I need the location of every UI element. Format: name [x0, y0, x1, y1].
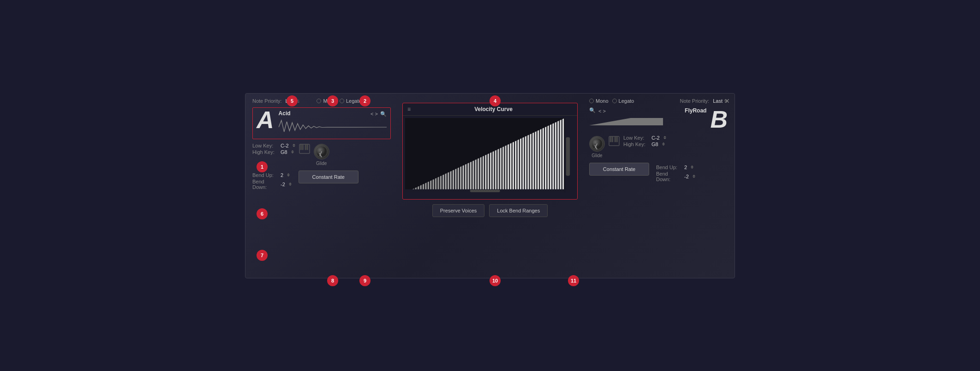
- menu-icon[interactable]: ≡: [407, 106, 411, 112]
- right-note-priority-label: Note Priority:: [680, 98, 710, 104]
- badge-11: 11: [568, 275, 579, 286]
- svg-rect-154: [562, 118, 564, 193]
- svg-rect-147: [545, 118, 546, 193]
- right-mono-radio[interactable]: [589, 99, 594, 103]
- left-bend-down-spinner[interactable]: [289, 183, 292, 186]
- close-button[interactable]: ✕: [724, 97, 730, 105]
- left-zoom-icon[interactable]: 🔍: [380, 111, 387, 117]
- left-glide-section: Glide: [314, 144, 329, 166]
- left-constant-rate-button[interactable]: Constant Rate: [299, 171, 359, 183]
- velocity-chart: [403, 116, 577, 195]
- left-waveform-tools: < > 🔍: [370, 111, 387, 117]
- left-mono-radio[interactable]: [317, 99, 321, 103]
- right-expand-icon[interactable]: < >: [598, 108, 606, 114]
- right-bend-down-value[interactable]: -2: [684, 174, 689, 179]
- left-high-key-spinner[interactable]: [291, 150, 294, 153]
- left-note-priority-label: Note Priority:: [252, 98, 282, 104]
- svg-rect-150: [552, 118, 554, 193]
- main-window: ✕ Note Priority: Last ⇅ Mono Legato: [245, 93, 735, 278]
- badge-9: 9: [359, 275, 370, 286]
- left-high-key-label: High Key:: [252, 149, 278, 155]
- left-waveform-canvas: [279, 118, 387, 136]
- right-low-key-spinner[interactable]: [663, 136, 666, 139]
- svg-rect-164: [612, 136, 613, 142]
- svg-rect-163: [610, 136, 611, 142]
- preserve-voices-button[interactable]: Preserve Voices: [432, 204, 484, 217]
- right-glide-label: Glide: [592, 153, 602, 158]
- right-glide-section: Glide: [589, 136, 605, 158]
- right-bend-up-label: Bend Up:: [656, 165, 681, 170]
- right-instrument-name: FlyRoad: [685, 107, 706, 114]
- right-high-key-value[interactable]: G8: [651, 141, 658, 147]
- right-glide-knob[interactable]: [589, 136, 605, 152]
- right-mono-option[interactable]: Mono: [589, 98, 609, 104]
- right-piano-icon[interactable]: [609, 136, 620, 146]
- left-low-key-spinner[interactable]: [293, 144, 295, 147]
- left-glide-knob[interactable]: [314, 144, 329, 159]
- right-bend-down-label: Bend Down:: [656, 171, 681, 182]
- left-instrument-name: Acid: [279, 110, 291, 117]
- svg-rect-156: [566, 137, 570, 176]
- left-legato-radio[interactable]: [340, 99, 344, 103]
- left-low-key-value[interactable]: C-2: [281, 143, 289, 148]
- svg-rect-148: [547, 118, 549, 193]
- right-high-key-label: High Key:: [623, 141, 649, 147]
- badge-8: 8: [327, 275, 338, 286]
- left-bend-section: Bend Up: 2 Bend Down: -2: [252, 172, 292, 191]
- right-top-row: Mono Legato Note Priority: Last ⇅: [589, 98, 728, 104]
- svg-marker-159: [589, 118, 663, 125]
- left-legato-option[interactable]: Legato: [340, 98, 362, 104]
- left-instrument-block: A Acid < > 🔍: [252, 107, 391, 139]
- left-bend-up-label: Bend Up:: [252, 172, 278, 178]
- left-key-range: Low Key: C-2 High Key: G8: [252, 143, 295, 156]
- left-bend-up-value[interactable]: 2: [281, 172, 283, 178]
- badge-7: 7: [257, 250, 268, 261]
- right-legato-option[interactable]: Legato: [612, 98, 634, 104]
- left-expand-icon[interactable]: < >: [370, 111, 378, 117]
- right-waveform-svg: [589, 117, 663, 125]
- svg-rect-153: [560, 118, 562, 193]
- right-zoom-icon[interactable]: 🔍: [589, 107, 596, 113]
- badge-6: 6: [257, 208, 268, 219]
- left-bend-down-value[interactable]: -2: [281, 182, 285, 187]
- badge-1: 1: [257, 161, 268, 172]
- right-letter-b: B: [710, 107, 728, 131]
- svg-rect-2: [302, 144, 304, 150]
- velocity-curve-title: Velocity Curve: [414, 106, 573, 112]
- velocity-chart-svg: [405, 118, 575, 193]
- svg-rect-165: [615, 136, 616, 142]
- svg-rect-149: [550, 118, 551, 193]
- svg-rect-4: [307, 144, 308, 150]
- right-high-key-spinner[interactable]: [662, 142, 665, 146]
- left-waveform-svg: [279, 118, 387, 136]
- left-bend-up-spinner[interactable]: [287, 173, 290, 177]
- svg-rect-3: [305, 144, 306, 150]
- right-panel: Mono Legato Note Priority: Last ⇅ 🔍: [585, 98, 728, 273]
- velocity-header: ≡ Velocity Curve: [403, 103, 577, 116]
- right-legato-radio[interactable]: [612, 99, 617, 103]
- right-bend-up-spinner[interactable]: [691, 165, 693, 169]
- left-glide-label: Glide: [316, 161, 327, 166]
- left-panel: Note Priority: Last ⇅ Mono Legato A: [252, 98, 395, 273]
- badge-2: 2: [359, 95, 370, 106]
- left-high-key-value[interactable]: G8: [281, 149, 287, 155]
- right-bend-section: Bend Up: 2 Bend Down: -2: [656, 165, 695, 183]
- svg-rect-1: [300, 144, 302, 150]
- svg-rect-151: [555, 118, 556, 193]
- lock-bend-ranges-button[interactable]: Lock Bend Ranges: [489, 204, 548, 217]
- right-bend-up-value[interactable]: 2: [684, 165, 687, 170]
- badge-5: 5: [287, 95, 298, 106]
- svg-rect-158: [470, 189, 500, 192]
- left-letter-a: A: [257, 108, 274, 132]
- right-bend-down-spinner[interactable]: [693, 175, 695, 178]
- right-constant-rate-button[interactable]: Constant Rate: [589, 163, 649, 176]
- right-low-key-value[interactable]: C-2: [651, 135, 660, 141]
- svg-rect-146: [543, 118, 544, 193]
- right-key-range: Low Key: C-2 High Key: G8: [623, 135, 666, 148]
- center-bottom-buttons: Preserve Voices Lock Bend Ranges: [432, 204, 548, 217]
- badge-10: 10: [490, 275, 501, 286]
- svg-rect-152: [557, 118, 559, 193]
- left-piano-icon[interactable]: [299, 144, 310, 154]
- svg-rect-166: [616, 136, 618, 142]
- left-waveform-section: Acid < > 🔍: [279, 110, 387, 136]
